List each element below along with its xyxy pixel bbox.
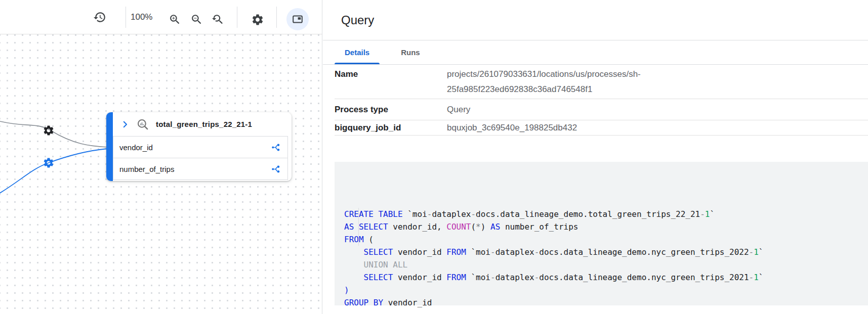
lineage-icon[interactable] [271,143,281,152]
zoom-in-icon [169,13,181,26]
toolbar-divider [276,7,277,28]
bigquery-magnifier-icon [136,118,149,131]
zoom-reset-button[interactable] [211,13,224,26]
details-table: Name projects/261079033631/locations/us/… [335,65,868,136]
data-lineage-app: total_green_trips_22_21-1 vendor_id numb… [0,0,868,314]
tab-bar: DetailsRuns [323,40,868,65]
sql-code-block: CREATE TABLE `moi-dataplex-docs.data_lin… [335,162,868,305]
panel-header: Query [323,0,868,40]
history-icon [93,11,106,24]
table-row: bigquery_job_id bquxjob_3c69540e_198825d… [335,120,868,136]
code-line: CREATE TABLE `moi-dataplex-docs.data_lin… [344,208,868,220]
sql-code-lines: CREATE TABLE `moi-dataplex-docs.data_lin… [344,208,868,309]
row-value: bquxjob_3c69540e_198825db432 [447,120,710,136]
panel-title: Query [341,13,374,27]
code-line: SELECT vendor_id FROM `moi-dataplex-docs… [344,246,868,258]
row-value: Query [447,102,710,117]
code-line: UNION ALL [344,258,868,271]
node-field-row[interactable]: number_of_trips [113,158,288,180]
settings-button[interactable] [251,13,264,26]
tab-details[interactable]: Details [335,40,380,64]
row-label: Name [335,67,447,82]
node-fields: vendor_id number_of_trips [113,136,292,180]
field-name: number_of_trips [119,165,174,173]
node-title: total_green_trips_22_21-1 [156,120,252,128]
process-gear-icon-dark[interactable] [43,124,55,137]
field-name: vendor_id [119,143,153,152]
details-panel: Query DetailsRuns Name projects/26107903… [323,0,868,314]
lineage-canvas[interactable]: total_green_trips_22_21-1 vendor_id numb… [0,0,322,314]
toolbar-divider [126,7,126,28]
zoom-in-button[interactable] [169,13,181,26]
lineage-icon[interactable] [271,164,281,174]
lineage-node[interactable]: total_green_trips_22_21-1 vendor_id numb… [106,112,292,181]
table-row: Name projects/261079033631/locations/us/… [335,65,868,99]
table-row: Process type Query [335,99,868,120]
zoom-level-label: 100% [131,0,152,34]
node-accent-bar [106,112,113,181]
canvas-toolbar: 100% [0,0,322,34]
row-value: projects/261079033631/locations/us/proce… [447,67,710,97]
row-label: Process type [335,102,447,117]
zoom-reset-icon [211,13,224,26]
code-line: SELECT vendor_id FROM `moi-dataplex-docs… [344,271,868,284]
code-line: FROM ( [344,233,868,246]
toggle-side-panel-icon [292,13,304,25]
chevron-right-icon[interactable] [120,120,130,129]
history-button[interactable] [93,11,106,24]
zoom-out-button[interactable] [190,13,203,26]
row-label: bigquery_job_id [335,120,447,136]
node-field-row[interactable]: vendor_id [113,136,288,158]
tab-runs[interactable]: Runs [391,40,430,64]
zoom-out-icon [190,13,203,26]
code-line: ) [344,284,868,296]
indent-guide [358,208,359,246]
process-gear-icon-blue[interactable] [43,157,55,169]
node-header[interactable]: total_green_trips_22_21-1 [113,112,292,136]
tab-label: Runs [401,48,420,57]
toggle-side-panel-button[interactable] [286,8,309,30]
settings-gear-icon [251,13,264,26]
tab-label: Details [345,48,369,57]
toolbar-divider [237,7,237,28]
code-line: GROUP BY vendor_id [344,296,868,309]
code-line: AS SELECT vendor_id, COUNT(*) AS number_… [344,220,868,233]
